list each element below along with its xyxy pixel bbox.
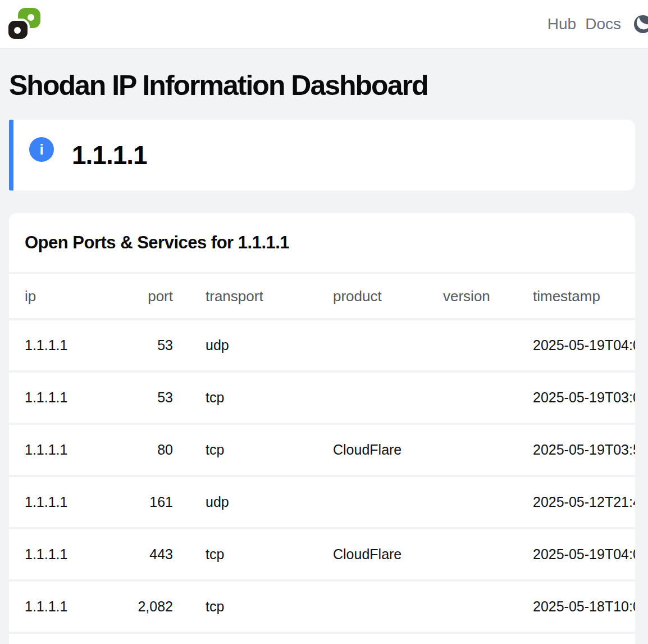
ip-address-value: 1.1.1.1	[72, 142, 147, 168]
table-row: 1.1.1.180tcpCloudFlare2025-05-19T03:51:3…	[9, 424, 635, 476]
cell-port: 80	[117, 424, 183, 476]
logo-black-link	[7, 20, 29, 40]
cell-ip: 1.1.1.1	[9, 371, 117, 424]
cell-product	[333, 319, 443, 371]
cell-timestamp: 2025-05-18T10:04:06	[533, 580, 635, 633]
cell-transport: tcp	[183, 580, 333, 633]
cell-empty	[443, 633, 533, 644]
info-accent-bar	[9, 120, 13, 191]
cell-ip: 1.1.1.1	[9, 319, 117, 371]
table-row: 1.1.1.12,082tcp2025-05-18T10:04:06	[9, 580, 635, 633]
cell-empty	[9, 633, 117, 644]
top-nav: Hub Docs	[0, 0, 648, 49]
cell-version	[443, 424, 533, 476]
table-header: ipporttransportproductversiontimestamp	[9, 273, 635, 319]
top-nav-links: Hub Docs	[547, 15, 648, 34]
page-title: Shodan IP Information Dashboard	[9, 69, 635, 102]
table-row-partial	[9, 633, 635, 644]
column-header-transport: transport	[183, 273, 333, 319]
table-header-row: ipporttransportproductversiontimestamp	[9, 273, 635, 319]
cell-timestamp: 2025-05-19T04:01:10	[533, 528, 635, 580]
cell-ip: 1.1.1.1	[9, 476, 117, 528]
cell-transport: tcp	[183, 424, 333, 476]
cell-port: 53	[117, 319, 183, 371]
cell-version	[443, 371, 533, 424]
table-row: 1.1.1.153tcp2025-05-19T03:07:12	[9, 371, 635, 424]
info-icon: i	[29, 137, 54, 162]
table-row: 1.1.1.1161udp2025-05-12T21:42:47	[9, 476, 635, 528]
cell-port: 443	[117, 528, 183, 580]
cell-timestamp: 2025-05-12T21:42:47	[533, 476, 635, 528]
open-ports-title: Open Ports & Services for 1.1.1.1	[9, 213, 635, 272]
column-header-port: port	[117, 273, 183, 319]
ip-info-card: i 1.1.1.1	[9, 120, 635, 191]
open-ports-table: ipporttransportproductversiontimestamp 1…	[9, 272, 635, 644]
cell-empty	[333, 633, 443, 644]
cell-port: 2,082	[117, 580, 183, 633]
cell-version	[443, 476, 533, 528]
nav-link-hub[interactable]: Hub	[547, 16, 576, 32]
cell-timestamp: 2025-05-19T03:07:12	[533, 371, 635, 424]
cell-product	[333, 371, 443, 424]
table-row: 1.1.1.153udp2025-05-19T04:05:10	[9, 319, 635, 371]
column-header-timestamp: timestamp	[533, 273, 635, 319]
cell-timestamp: 2025-05-19T03:51:30	[533, 424, 635, 476]
cell-ip: 1.1.1.1	[9, 528, 117, 580]
cell-product: CloudFlare	[333, 424, 443, 476]
cell-transport: udp	[183, 319, 333, 371]
cell-port: 161	[117, 476, 183, 528]
app-logo[interactable]	[6, 7, 42, 42]
cell-transport: tcp	[183, 371, 333, 424]
cell-product	[333, 580, 443, 633]
cell-empty	[117, 633, 183, 644]
cell-transport: tcp	[183, 528, 333, 580]
cell-product: CloudFlare	[333, 528, 443, 580]
cell-version	[443, 319, 533, 371]
cell-empty	[183, 633, 333, 644]
column-header-ip: ip	[9, 273, 117, 319]
cell-version	[443, 580, 533, 633]
table-body: 1.1.1.153udp2025-05-19T04:05:101.1.1.153…	[9, 319, 635, 644]
nav-link-docs[interactable]: Docs	[585, 16, 621, 32]
main-content: Shodan IP Information Dashboard i 1.1.1.…	[0, 69, 648, 644]
cell-version	[443, 528, 533, 580]
cell-port: 53	[117, 371, 183, 424]
theme-toggle-moon-icon[interactable]	[633, 15, 648, 34]
table-row: 1.1.1.1443tcpCloudFlare2025-05-19T04:01:…	[9, 528, 635, 580]
column-header-version: version	[443, 273, 533, 319]
cell-product	[333, 476, 443, 528]
column-header-product: product	[333, 273, 443, 319]
cell-ip: 1.1.1.1	[9, 424, 117, 476]
cell-timestamp: 2025-05-19T04:05:10	[533, 319, 635, 371]
cell-ip: 1.1.1.1	[9, 580, 117, 633]
open-ports-card: Open Ports & Services for 1.1.1.1 ipport…	[9, 213, 635, 644]
cell-transport: udp	[183, 476, 333, 528]
cell-empty	[533, 633, 635, 644]
